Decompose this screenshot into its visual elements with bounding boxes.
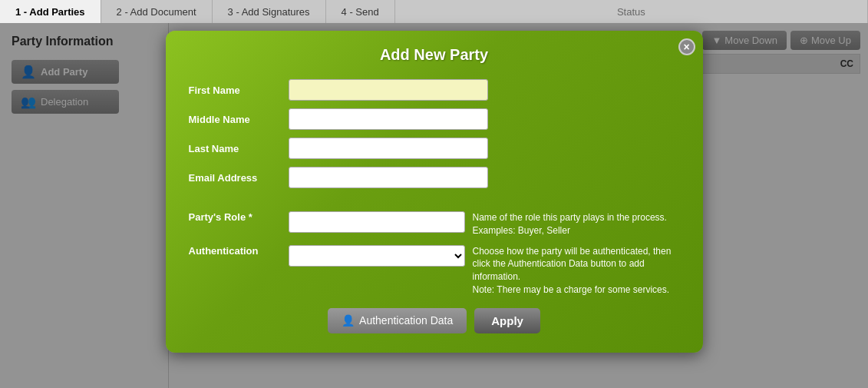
middle-name-label: Middle Name xyxy=(189,114,289,125)
auth-hint: Choose how the party will be authenticat… xyxy=(473,245,680,297)
tab-add-document[interactable]: 2 - Add Document xyxy=(101,0,213,23)
tab-add-parties[interactable]: 1 - Add Parties xyxy=(0,0,101,23)
tab-status[interactable]: Status xyxy=(395,0,868,23)
role-label: Party's Role * xyxy=(189,211,289,223)
role-hint: Name of the role this party plays in the… xyxy=(473,211,680,237)
main-content: Party Information 👤 Add Party 👥 Delegati… xyxy=(0,23,868,388)
first-name-row: First Name xyxy=(189,79,680,101)
modal-footer: 👤 Authentication Data Apply xyxy=(189,308,680,333)
modal-title: Add New Party xyxy=(189,46,680,64)
apply-button[interactable]: Apply xyxy=(474,308,540,333)
email-row: Email Address xyxy=(189,167,680,188)
auth-person-icon: 👤 xyxy=(342,314,355,327)
last-name-row: Last Name xyxy=(189,138,680,159)
modal-close-button[interactable]: × xyxy=(678,38,695,55)
email-label: Email Address xyxy=(189,172,289,184)
tab-send[interactable]: 4 - Send xyxy=(326,0,395,23)
last-name-label: Last Name xyxy=(189,143,289,154)
role-row: Party's Role * Name of the role this par… xyxy=(189,211,680,237)
tab-bar: 1 - Add Parties 2 - Add Document 3 - Add… xyxy=(0,0,868,23)
email-input[interactable] xyxy=(289,167,488,188)
auth-select[interactable]: None Email SMS ID Check xyxy=(289,245,465,267)
authentication-data-button[interactable]: 👤 Authentication Data xyxy=(328,308,467,333)
first-name-input[interactable] xyxy=(289,79,488,101)
tab-add-signatures[interactable]: 3 - Add Signatures xyxy=(213,0,326,23)
first-name-label: First Name xyxy=(189,85,289,96)
add-new-party-modal: Add New Party × First Name Middle Name L… xyxy=(166,31,703,353)
middle-name-input[interactable] xyxy=(289,108,488,130)
role-input[interactable] xyxy=(289,211,465,233)
middle-name-row: Middle Name xyxy=(189,108,680,130)
last-name-input[interactable] xyxy=(289,138,488,159)
auth-label: Authentication xyxy=(189,245,289,257)
auth-row: Authentication None Email SMS ID Check C… xyxy=(189,245,680,297)
modal-overlay: Add New Party × First Name Middle Name L… xyxy=(0,23,868,388)
